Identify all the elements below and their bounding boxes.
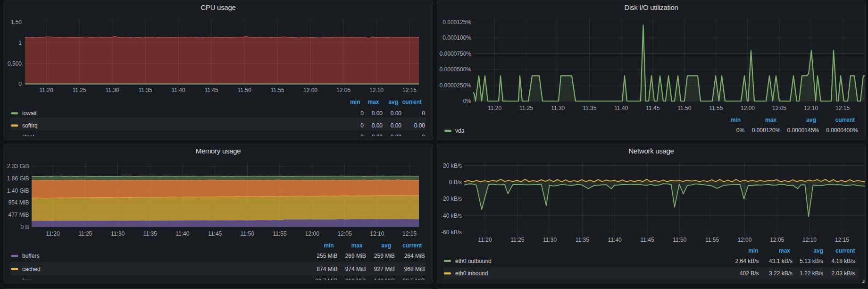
- svg-text:min: min: [731, 117, 741, 123]
- svg-text:avg: avg: [806, 117, 816, 123]
- svg-text:0: 0: [360, 122, 364, 129]
- svg-text:11:35: 11:35: [576, 237, 589, 243]
- svg-text:0.0000145%: 0.0000145%: [787, 127, 819, 134]
- svg-text:11:40: 11:40: [175, 230, 189, 237]
- svg-text:0.0000500%: 0.0000500%: [440, 66, 472, 73]
- svg-text:11:55: 11:55: [270, 87, 284, 94]
- svg-text:11:35: 11:35: [138, 87, 152, 94]
- svg-text:12:05: 12:05: [338, 230, 352, 237]
- svg-text:11:55: 11:55: [709, 105, 723, 111]
- svg-text:eth0 outbound: eth0 outbound: [455, 258, 492, 264]
- svg-text:avg: avg: [381, 242, 391, 249]
- svg-text:1.22 kB/s: 1.22 kB/s: [800, 270, 823, 277]
- svg-text:max: max: [765, 117, 776, 123]
- svg-text:-20 kB/s: -20 kB/s: [441, 196, 462, 202]
- svg-text:954 MiB: 954 MiB: [8, 199, 29, 206]
- svg-text:11:25: 11:25: [510, 237, 524, 243]
- svg-text:11:20: 11:20: [488, 105, 501, 111]
- svg-text:avg: avg: [388, 99, 398, 105]
- svg-text:11:30: 11:30: [105, 87, 119, 94]
- svg-text:269 MiB: 269 MiB: [345, 253, 366, 259]
- svg-text:11:55: 11:55: [273, 230, 287, 237]
- svg-text:min: min: [748, 247, 758, 254]
- svg-text:0.0000400%: 0.0000400%: [826, 127, 858, 134]
- svg-text:0: 0: [422, 110, 425, 117]
- svg-text:-40 kB/s: -40 kB/s: [441, 212, 462, 219]
- svg-text:-60 kB/s: -60 kB/s: [441, 229, 462, 236]
- svg-text:1.86 GiB: 1.86 GiB: [7, 175, 29, 182]
- svg-text:12:05: 12:05: [336, 87, 351, 94]
- svg-text:11:25: 11:25: [72, 87, 86, 94]
- svg-text:current: current: [835, 247, 855, 254]
- svg-text:968 MiB: 968 MiB: [404, 266, 425, 272]
- svg-text:0.000125%: 0.000125%: [442, 19, 471, 26]
- svg-text:11:45: 11:45: [208, 230, 222, 237]
- svg-text:2.33 GiB: 2.33 GiB: [7, 163, 29, 170]
- svg-text:0.00: 0.00: [372, 122, 383, 129]
- svg-text:11:50: 11:50: [241, 230, 254, 237]
- svg-text:12:15: 12:15: [835, 105, 850, 111]
- svg-text:Disk I/O utilization: Disk I/O utilization: [624, 3, 678, 11]
- svg-text:5.13 kB/s: 5.13 kB/s: [800, 258, 823, 264]
- svg-text:current: current: [835, 117, 855, 123]
- svg-text:11:35: 11:35: [583, 105, 596, 111]
- svg-text:11:45: 11:45: [640, 237, 654, 243]
- svg-text:1: 1: [18, 40, 22, 46]
- svg-text:0 B: 0 B: [20, 224, 29, 230]
- svg-text:11:50: 11:50: [237, 87, 251, 94]
- svg-text:264 MiB: 264 MiB: [404, 253, 425, 259]
- svg-text:max: max: [351, 242, 363, 249]
- svg-text:11:30: 11:30: [551, 105, 565, 111]
- svg-text:11:25: 11:25: [519, 105, 533, 111]
- svg-text:974 MiB: 974 MiB: [345, 266, 366, 272]
- svg-text:4.18 kB/s: 4.18 kB/s: [831, 258, 855, 264]
- svg-text:402 B/s: 402 B/s: [740, 270, 759, 277]
- svg-text:12:15: 12:15: [835, 237, 849, 243]
- svg-text:12:00: 12:00: [305, 230, 319, 237]
- svg-text:927 MiB: 927 MiB: [374, 266, 395, 272]
- svg-text:vda: vda: [455, 128, 465, 134]
- svg-text:477 MiB: 477 MiB: [8, 212, 29, 218]
- svg-text:current: current: [402, 99, 422, 105]
- svg-text:0.00: 0.00: [372, 110, 383, 117]
- svg-text:max: max: [779, 247, 790, 254]
- svg-text:softirq: softirq: [22, 122, 38, 129]
- svg-text:1.40 GiB: 1.40 GiB: [7, 187, 29, 194]
- svg-text:20 kB/s: 20 kB/s: [443, 162, 462, 169]
- svg-text:buffers: buffers: [22, 253, 39, 259]
- svg-text:11:40: 11:40: [171, 87, 185, 94]
- svg-text:43.1 kB/s: 43.1 kB/s: [769, 258, 793, 264]
- svg-text:0%: 0%: [463, 98, 472, 104]
- svg-text:cached: cached: [22, 266, 41, 272]
- svg-text:12:05: 12:05: [770, 237, 784, 243]
- svg-text:0.500: 0.500: [8, 60, 22, 67]
- svg-text:12:15: 12:15: [402, 230, 417, 237]
- svg-text:11:20: 11:20: [478, 237, 492, 243]
- svg-text:11:45: 11:45: [204, 87, 218, 94]
- svg-text:12:00: 12:00: [741, 105, 755, 111]
- svg-text:874 MiB: 874 MiB: [317, 266, 337, 272]
- svg-text:12:15: 12:15: [402, 87, 417, 94]
- svg-text:0.0000750%: 0.0000750%: [440, 51, 472, 57]
- svg-text:0: 0: [360, 110, 364, 117]
- svg-text:min: min: [350, 99, 360, 105]
- svg-text:Memory usage: Memory usage: [196, 147, 241, 155]
- svg-text:11:50: 11:50: [677, 105, 691, 111]
- svg-text:min: min: [324, 242, 334, 249]
- svg-text:12:10: 12:10: [802, 237, 817, 243]
- svg-text:12:10: 12:10: [369, 87, 384, 94]
- svg-text:avg: avg: [813, 247, 823, 254]
- svg-text:11:30: 11:30: [111, 230, 125, 237]
- svg-text:Network usage: Network usage: [628, 147, 674, 155]
- svg-text:0.000100%: 0.000100%: [442, 34, 471, 41]
- svg-text:0: 0: [18, 81, 22, 87]
- svg-text:12:00: 12:00: [303, 87, 317, 94]
- svg-text:2.64 kB/s: 2.64 kB/s: [735, 258, 759, 264]
- svg-text:11:35: 11:35: [143, 230, 157, 237]
- svg-text:11:55: 11:55: [705, 237, 719, 243]
- svg-text:2.03 kB/s: 2.03 kB/s: [831, 270, 855, 277]
- svg-text:current: current: [402, 242, 422, 249]
- svg-text:11:45: 11:45: [646, 105, 659, 111]
- svg-text:0.00: 0.00: [391, 110, 402, 117]
- svg-text:0 B/s: 0 B/s: [449, 179, 462, 186]
